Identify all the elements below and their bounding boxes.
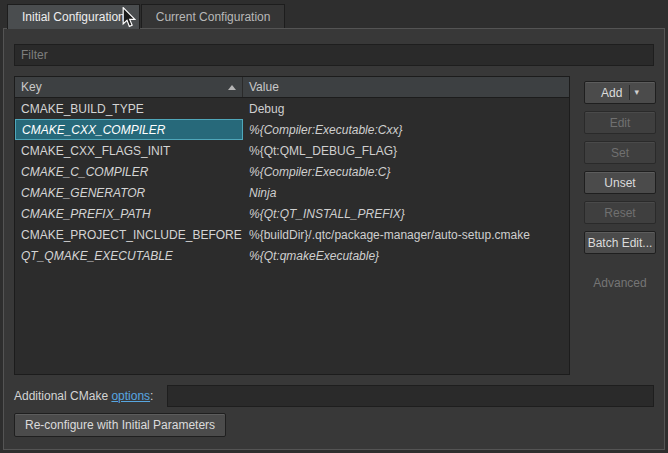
reset-button-label: Reset [604,206,635,220]
key-cell[interactable]: CMAKE_PROJECT_INCLUDE_BEFORE [15,224,243,245]
add-button[interactable]: Add ▾ [584,81,656,104]
column-header-key[interactable]: Key [15,77,243,97]
set-button-label: Set [611,146,629,160]
column-header-key-label: Key [21,80,42,94]
table-row[interactable]: CMAKE_BUILD_TYPE Debug [15,98,569,119]
reconfigure-button-label: Re-configure with Initial Parameters [25,418,215,432]
unset-button[interactable]: Unset [584,171,656,194]
column-header-value-label: Value [249,80,279,94]
value-cell[interactable]: %{Compiler:Executable:Cxx} [243,119,569,140]
table-header: Key Value [15,77,569,98]
reconfigure-button[interactable]: Re-configure with Initial Parameters [14,413,226,437]
configuration-tabbar: Initial Configuration Current Configurat… [7,4,286,29]
value-cell[interactable]: %{Qt:QML_DEBUG_FLAG} [243,140,569,161]
set-button[interactable]: Set [584,141,656,164]
tab-current-configuration-label: Current Configuration [156,10,271,24]
add-button-label: Add [601,86,622,100]
column-header-value[interactable]: Value [243,77,569,97]
key-cell[interactable]: CMAKE_BUILD_TYPE [15,98,243,119]
additional-cmake-options-suffix: : [150,389,153,403]
tab-initial-configuration-label: Initial Configuration [22,10,125,24]
value-cell[interactable]: %{Qt:qmakeExecutable} [243,245,569,266]
key-cell[interactable]: CMAKE_C_COMPILER [15,161,243,182]
key-cell[interactable]: CMAKE_GENERATOR [15,182,243,203]
add-button-separator [629,85,630,100]
value-cell[interactable]: %{Qt:QT_INSTALL_PREFIX} [243,203,569,224]
table-row[interactable]: CMAKE_PROJECT_INCLUDE_BEFORE %{buildDir}… [15,224,569,245]
key-cell[interactable]: CMAKE_PREFIX_PATH [15,203,243,224]
additional-cmake-options-prefix: Additional CMake [14,389,111,403]
chevron-down-icon[interactable]: ▾ [634,88,639,97]
edit-button[interactable]: Edit [584,111,656,134]
options-link[interactable]: options [111,389,150,403]
key-cell[interactable]: CMAKE_CXX_COMPILER [15,119,243,140]
table-body: CMAKE_BUILD_TYPE Debug CMAKE_CXX_COMPILE… [15,98,569,374]
table-row[interactable]: CMAKE_PREFIX_PATH %{Qt:QT_INSTALL_PREFIX… [15,203,569,224]
table-row[interactable]: CMAKE_GENERATOR Ninja [15,182,569,203]
unset-button-label: Unset [604,176,635,190]
table-row[interactable]: CMAKE_CXX_FLAGS_INIT %{Qt:QML_DEBUG_FLAG… [15,140,569,161]
value-cell[interactable]: %{Compiler:Executable:C} [243,161,569,182]
tab-initial-configuration[interactable]: Initial Configuration [7,4,140,29]
batch-edit-button-label: Batch Edit... [588,236,653,250]
sort-ascending-icon [228,85,236,90]
key-cell[interactable]: CMAKE_CXX_FLAGS_INIT [15,140,243,161]
additional-cmake-options-label: Additional CMake options: [14,389,153,403]
value-cell[interactable]: Ninja [243,182,569,203]
table-row[interactable]: QT_QMAKE_EXECUTABLE %{Qt:qmakeExecutable… [15,245,569,266]
table-row[interactable]: CMAKE_C_COMPILER %{Compiler:Executable:C… [15,161,569,182]
advanced-toggle[interactable]: Advanced [584,276,656,290]
tab-current-configuration[interactable]: Current Configuration [141,4,286,28]
cmake-configuration-window: Initial Configuration Current Configurat… [0,0,668,453]
additional-cmake-options-input[interactable] [167,385,654,407]
filter-input[interactable] [14,44,654,66]
table-row[interactable]: CMAKE_CXX_COMPILER %{Compiler:Executable… [15,119,569,140]
edit-button-label: Edit [610,116,631,130]
batch-edit-button[interactable]: Batch Edit... [584,231,656,254]
cmake-variables-table: Key Value CMAKE_BUILD_TYPE Debug CMAKE_C… [14,76,570,375]
value-cell[interactable]: %{buildDir}/.qtc/package-manager/auto-se… [243,224,569,245]
reset-button[interactable]: Reset [584,201,656,224]
key-cell[interactable]: QT_QMAKE_EXECUTABLE [15,245,243,266]
value-cell[interactable]: Debug [243,98,569,119]
